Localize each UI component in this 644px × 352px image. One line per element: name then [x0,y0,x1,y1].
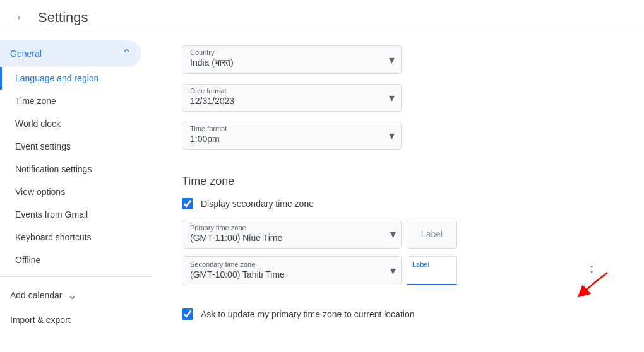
primary-tz-label: Primary time zone [190,224,378,232]
date-format-label: Date format [190,87,393,95]
display-secondary-row: Display secondary time zone [182,198,614,209]
sidebar-group-general-label: General [10,49,42,59]
sidebar-item-time-zone[interactable]: Time zone [0,90,141,112]
primary-tz-arrow-icon: ▾ [390,227,396,241]
time-format-select[interactable]: Time format 1:00pm ▾ [182,122,402,150]
country-arrow-icon: ▾ [389,53,395,67]
country-select[interactable]: Country India (भारत) ▾ [182,45,402,74]
sidebar-add-calendar[interactable]: Add calendar ⌄ [0,282,152,308]
secondary-tz-select[interactable]: Secondary time zone (GMT-10:00) Tahiti T… [182,256,402,285]
time-format-label: Time format [190,125,393,132]
date-format-arrow-icon: ▾ [389,91,395,105]
sidebar-item-language-region[interactable]: Language and region [0,67,141,90]
page-title: Settings [38,9,88,26]
sidebar-item-events-from-gmail[interactable]: Events from Gmail [0,203,141,226]
swap-icon-group: ↕ [569,256,614,301]
main-content: Country India (भारत) ▾ Date format 12/31… [152,35,644,352]
secondary-label-input[interactable] [412,268,451,278]
sidebar-item-event-settings[interactable]: Event settings [0,135,141,158]
sidebar-item-offline[interactable]: Offline [0,249,141,271]
secondary-tz-group: Secondary time zone (GMT-10:00) Tahiti T… [182,256,564,285]
secondary-label-text: Label [412,261,451,268]
timezone-section-title: Time zone [182,175,614,188]
primary-tz-group: Primary time zone (GMT-11:00) Niue Time … [182,220,614,249]
country-group: Country India (भारत) ▾ [182,45,614,74]
sidebar-group-general[interactable]: General ⌃ [0,40,141,67]
secondary-tz-arrow-icon: ▾ [390,264,396,278]
chevron-down-icon: ⌄ [68,288,77,302]
body: General ⌃ Language and region Time zone … [0,35,644,352]
timezone-section: Time zone Display secondary time zone Pr… [182,175,614,320]
sidebar: General ⌃ Language and region Time zone … [0,35,152,352]
primary-tz-select[interactable]: Primary time zone (GMT-11:00) Niue Time … [182,220,402,249]
secondary-tz-value: (GMT-10:00) Tahiti Time [190,269,285,279]
sidebar-import-export[interactable]: Import & export [0,308,152,331]
sidebar-divider [0,276,152,277]
secondary-tz-label-input-wrapper: Label [407,256,457,285]
time-format-arrow-icon: ▾ [389,129,395,143]
primary-tz-label-placeholder: Label [421,229,443,239]
country-value: India (भारत) [190,57,234,67]
sidebar-item-view-options[interactable]: View options [0,180,141,203]
time-format-group: Time format 1:00pm ▾ [182,122,614,150]
date-format-group: Date format 12/31/2023 ▾ [182,84,614,112]
sidebar-item-keyboard-shortcuts[interactable]: Keyboard shortcuts [0,226,141,249]
secondary-tz-label: Secondary time zone [190,261,378,268]
ask-update-label[interactable]: Ask to update my primary time zone to cu… [201,309,414,319]
chevron-up-icon: ⌃ [122,47,131,61]
display-secondary-label[interactable]: Display secondary time zone [201,199,314,209]
sidebar-item-world-clock[interactable]: World clock [0,112,141,135]
secondary-tz-container: Secondary time zone (GMT-10:00) Tahiti T… [182,256,614,301]
display-secondary-checkbox[interactable] [182,198,193,209]
ask-update-checkbox[interactable] [182,308,193,320]
spacer [182,160,614,175]
sidebar-section-general: General ⌃ Language and region Time zone … [0,40,152,271]
sidebar-item-notification-settings[interactable]: Notification settings [0,158,141,180]
date-format-select[interactable]: Date format 12/31/2023 ▾ [182,84,402,112]
back-button[interactable]: ← [10,6,33,29]
back-icon: ← [15,10,28,25]
sidebar-add-calendar-label: Add calendar [10,290,63,300]
country-label: Country [190,49,393,56]
date-format-value: 12/31/2023 [190,96,234,106]
ask-update-row: Ask to update my primary time zone to cu… [182,308,614,320]
red-arrow-annotation [576,269,614,301]
time-format-value: 1:00pm [190,134,220,144]
primary-tz-label-box[interactable]: Label [407,220,457,249]
primary-tz-value: (GMT-11:00) Niue Time [190,233,282,243]
header: ← Settings [0,0,644,35]
